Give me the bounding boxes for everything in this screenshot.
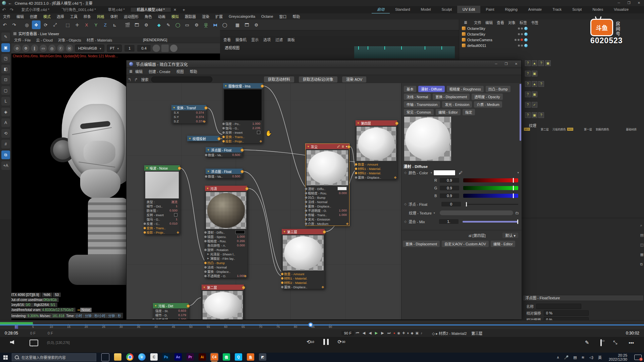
tab-add-icon[interactable]: + bbox=[182, 7, 185, 12]
node-input-port[interactable] bbox=[355, 172, 358, 175]
node-port-row[interactable]: 数量 - Amount bbox=[356, 162, 397, 166]
inspector-tab[interactable]: 介质 - Medium bbox=[474, 101, 502, 108]
document-tab[interactable]: 飞行角色_0001.c4d * bbox=[55, 8, 102, 12]
node-editor-action-button[interactable]: 渲染 AOV bbox=[342, 76, 366, 82]
mode-icon[interactable]: A bbox=[1, 118, 10, 127]
node-input-port[interactable] bbox=[152, 318, 155, 319]
checkbox[interactable] bbox=[174, 213, 177, 217]
rewind-10-button[interactable]: ⟲10 bbox=[307, 339, 314, 345]
viewer-option-icon[interactable] bbox=[161, 45, 169, 52]
inspector-tab[interactable]: 编辑 - Editor bbox=[436, 109, 461, 115]
inspector-tab[interactable]: 粗糙度 - Roughness bbox=[447, 86, 484, 92]
node-input-port[interactable] bbox=[204, 240, 207, 243]
viewer-option-icon[interactable] bbox=[170, 45, 177, 52]
channel-value[interactable]: 0.9 bbox=[440, 193, 459, 198]
collapse-triangle-icon[interactable]: ▼ bbox=[207, 170, 210, 173]
video-progress-handle[interactable] bbox=[308, 322, 313, 327]
object-row[interactable]: OctaneSky bbox=[459, 25, 528, 31]
maximize-button[interactable]: ❐ bbox=[501, 61, 511, 67]
eyedropper-icon[interactable]: 🖊 bbox=[459, 171, 463, 175]
clock[interactable]: 20:252022/12/30 bbox=[606, 353, 630, 361]
object-row[interactable]: default0011 bbox=[459, 43, 528, 48]
layout-tab[interactable]: Standard bbox=[390, 6, 416, 13]
node-port-row[interactable]: 变换 - Trans.. bbox=[144, 226, 180, 230]
tray-arrow-icon[interactable]: ∧ bbox=[556, 355, 559, 360]
taskbar-app-icon[interactable]: Ae bbox=[174, 353, 182, 361]
toolbar-icon[interactable]: ⊾ bbox=[110, 20, 119, 29]
toolbar-icon[interactable]: ↶ bbox=[0, 20, 9, 29]
node-input-port[interactable] bbox=[281, 273, 284, 276]
node-port-row[interactable]: 数值 - Va..0.500 bbox=[206, 153, 243, 157]
node-editor-titlebar[interactable]: 节点编辑器 - 琉白工作室汉化 ─ ❐ ✕ bbox=[126, 60, 521, 68]
node-input-port[interactable] bbox=[205, 175, 208, 178]
mode-icon[interactable]: +A bbox=[1, 161, 10, 170]
node-port-row[interactable]: 置换 - Displace.. bbox=[282, 285, 325, 289]
collapse-triangle-icon[interactable]: ▼ bbox=[224, 84, 227, 87]
toolbar-icon[interactable]: ▭ bbox=[183, 20, 192, 29]
mode-icon[interactable]: # bbox=[1, 140, 10, 148]
node-port-row[interactable]: 法线 - Normal bbox=[306, 199, 349, 204]
tag-icon[interactable]: ▲ bbox=[532, 81, 537, 87]
node-input-port[interactable] bbox=[305, 192, 308, 195]
octane-tag-icon[interactable] bbox=[524, 33, 528, 36]
close-button[interactable]: ✕ bbox=[511, 61, 521, 67]
node-port-row[interactable]: 发光 - Emission bbox=[306, 217, 349, 221]
node-editor-action-button[interactable]: 获取活动标记/对象 bbox=[299, 76, 337, 82]
more-icon[interactable]: ••• bbox=[629, 340, 634, 346]
inspector-tab[interactable]: 基本 bbox=[404, 86, 416, 92]
live-viewer-menu-item[interactable]: 云 - Cloud bbox=[36, 37, 53, 43]
node-port-row[interactable]: 旋转 - Rotation bbox=[205, 247, 247, 252]
menu-item[interactable]: 帮助 bbox=[289, 14, 303, 19]
mode-icon[interactable]: ⟲ bbox=[1, 129, 10, 138]
node-resize-handle[interactable]: ✥ bbox=[176, 231, 179, 234]
transport-button[interactable]: ⏮ bbox=[356, 331, 359, 335]
viewport-menu-item[interactable]: 过滤 bbox=[275, 37, 283, 42]
toolbar-icon[interactable]: X bbox=[82, 20, 91, 29]
inspector-scrollbar[interactable] bbox=[520, 84, 521, 141]
toolbar-icon[interactable] bbox=[230, 20, 232, 29]
taskbar-app-icon[interactable] bbox=[126, 353, 133, 361]
layout-tab[interactable]: UV Edit bbox=[457, 6, 480, 13]
animation-tool-icon[interactable]: ♪ bbox=[421, 331, 422, 335]
toolbar-icon[interactable]: Z bbox=[101, 20, 110, 29]
taskbar-app-icon[interactable]: ◩ bbox=[259, 353, 266, 361]
end-frame-field[interactable]: 90 F bbox=[341, 331, 354, 336]
toolbar-icon[interactable]: ⬚ bbox=[63, 20, 72, 29]
material-thumbnail[interactable]: 污垢的颜色 bbox=[552, 127, 566, 131]
graph-node-wuzi[interactable]: ▼污渍漫射 - Diffu..镜面 - Specu.1.000粗糙度 - Rou… bbox=[205, 186, 247, 278]
tag-icon[interactable]: ? bbox=[538, 112, 544, 118]
mode-icon[interactable]: ◧ bbox=[1, 65, 10, 73]
toolbar-icon[interactable] bbox=[151, 20, 154, 29]
menu-item[interactable]: 运动图形 bbox=[121, 14, 142, 19]
viewer-option-icon[interactable] bbox=[153, 45, 160, 52]
kernel-select[interactable]: PT▾ bbox=[107, 45, 122, 52]
preset-select[interactable]: 默认 ▾ bbox=[502, 233, 518, 238]
menu-item[interactable]: 模拟 bbox=[168, 14, 182, 19]
search-input[interactable] bbox=[151, 76, 212, 82]
live-viewer-tool-icon[interactable]: ⊘ bbox=[13, 45, 21, 52]
layout-tab[interactable]: Animate bbox=[523, 6, 547, 13]
taskbar-app-icon[interactable]: C4 bbox=[211, 353, 218, 361]
collapse-triangle-icon[interactable]: ▼ bbox=[206, 187, 209, 190]
inspector-tab[interactable]: 透明度 - Opacity bbox=[472, 94, 502, 100]
node-header-icons[interactable]: 🖉 ≣ ● bbox=[337, 145, 348, 148]
menu-item[interactable]: 工具 bbox=[67, 14, 80, 19]
node-input-port[interactable] bbox=[305, 214, 308, 217]
transport-button[interactable]: ▶ bbox=[375, 331, 378, 335]
node-input-port[interactable] bbox=[305, 205, 308, 208]
taskbar-app-icon[interactable]: C bbox=[150, 353, 158, 361]
node-port-row[interactable]: S.Y0.374 bbox=[171, 115, 206, 119]
menu-item[interactable]: 角色 bbox=[142, 14, 155, 19]
node-resize-handle[interactable]: ✥ bbox=[321, 286, 324, 289]
node-input-port[interactable] bbox=[355, 176, 358, 179]
node-graph[interactable]: ▼变换 - TransfS.X0.374S.Y0.374S.Z0.374✥▼图像… bbox=[126, 83, 401, 319]
collapse-triangle-icon[interactable]: ▼ bbox=[207, 148, 210, 152]
taskbar-app-icon[interactable]: 微 bbox=[223, 353, 230, 361]
toolbar-icon[interactable]: ⟳ bbox=[41, 20, 50, 29]
object-manager-menu-item[interactable]: 查看 bbox=[497, 20, 504, 25]
document-tab[interactable]: 复式小洋楼.c4d * bbox=[15, 8, 55, 12]
redo-icon[interactable]: ↷ bbox=[10, 7, 13, 12]
node-resize-handle[interactable]: ✥ bbox=[346, 222, 348, 226]
tag-icon[interactable]: ▣ bbox=[532, 71, 537, 76]
graph-node-layer2[interactable]: ▼第二层 bbox=[202, 285, 244, 319]
